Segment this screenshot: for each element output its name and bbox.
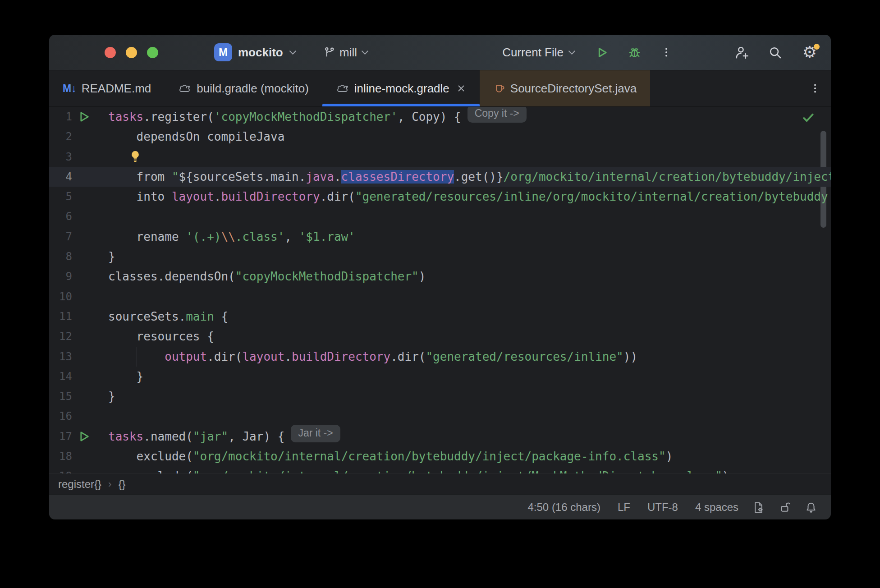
gutter-separator [103, 107, 103, 127]
run-gutter-icon[interactable] [77, 430, 91, 443]
run-gutter-icon[interactable] [77, 110, 91, 124]
code-line-13[interactable]: 13 output.dir(layout.buildDirectory.dir(… [49, 347, 831, 367]
code-line-6[interactable]: 6 [49, 207, 831, 226]
code-line-12[interactable]: 12 resources { [49, 326, 831, 346]
code-text: exclude("org/mockito/internal/creation/b… [108, 466, 729, 473]
line-number: 3 [49, 147, 72, 167]
minimize-window-button[interactable] [126, 47, 137, 58]
line-number: 11 [49, 307, 72, 326]
code-line-19[interactable]: 19 exclude("org/mockito/internal/creatio… [49, 466, 831, 473]
tab-label: build.gradle (mockito) [197, 82, 309, 96]
code-line-1[interactable]: 1tasks.register('copyMockMethodDispatche… [49, 107, 831, 127]
gutter-separator [103, 247, 103, 266]
markdown-icon: M↓ [63, 83, 77, 95]
code-line-11[interactable]: 11sourceSets.main { [49, 307, 831, 326]
code-line-4[interactable]: 4 from "${sourceSets.main.java.classesDi… [49, 167, 831, 187]
line-number: 16 [49, 406, 72, 426]
code-text: from "${sourceSets.main.java.classesDire… [108, 167, 831, 187]
code-line-18[interactable]: 18 exclude("org/mockito/internal/creatio… [49, 446, 831, 466]
chevron-down-icon [289, 50, 297, 55]
gradle-icon [178, 83, 192, 94]
gutter-separator [103, 266, 103, 286]
code-text: } [108, 367, 143, 386]
caret-position[interactable]: 4:50 (16 chars) [528, 501, 600, 514]
code-text: } [108, 247, 115, 266]
code-line-10[interactable]: 10 [49, 287, 831, 307]
indent-setting[interactable]: 4 spaces [695, 501, 738, 514]
tab-build-gradle-mockito-[interactable]: build.gradle (mockito) [165, 70, 322, 106]
code-editor[interactable]: 1tasks.register('copyMockMethodDispatche… [49, 107, 831, 473]
run-configuration-selector[interactable]: Current File [502, 46, 576, 60]
indent-guide [137, 347, 137, 367]
gutter-separator [103, 227, 103, 247]
line-number: 8 [49, 247, 72, 266]
code-line-16[interactable]: 16 [49, 406, 831, 426]
line-number: 17 [49, 427, 72, 446]
window-controls [105, 35, 158, 70]
code-with-me-button[interactable] [734, 45, 749, 60]
code-line-5[interactable]: 5 into layout.buildDirectory.dir("genera… [49, 187, 831, 207]
project-widget[interactable]: M mockito [214, 35, 297, 70]
line-ending[interactable]: LF [618, 501, 630, 514]
tab-options-button[interactable] [809, 70, 821, 106]
close-window-button[interactable] [105, 47, 116, 58]
code-line-7[interactable]: 7 rename '(.+)\\.class', '$1.raw' [49, 227, 831, 247]
gutter-separator [103, 307, 103, 326]
gutter-separator [103, 367, 103, 386]
fullscreen-window-button[interactable] [147, 47, 158, 58]
vcs-branch-widget[interactable]: mill [323, 35, 369, 70]
code-text: exclude("org/mockito/internal/creation/b… [108, 446, 673, 466]
gutter-separator [103, 167, 103, 187]
gutter-separator [103, 446, 103, 466]
code-text: sourceSets.main { [108, 307, 228, 326]
tab-readme-md[interactable]: M↓README.md [49, 70, 165, 106]
chevron-down-icon [361, 50, 369, 55]
close-icon[interactable] [456, 83, 466, 93]
unlock-icon[interactable] [779, 501, 791, 514]
file-encoding[interactable]: UTF-8 [647, 501, 678, 514]
code-line-2[interactable]: 2 dependsOn compileJava [49, 127, 831, 147]
line-number: 18 [49, 446, 72, 466]
tab-inline-mock-gradle[interactable]: inline-mock.gradle [322, 70, 480, 106]
code-line-14[interactable]: 14 } [49, 367, 831, 386]
search-everywhere-button[interactable] [768, 46, 782, 60]
inlay-hint-button[interactable]: Copy it -> [468, 107, 527, 123]
line-number: 12 [49, 326, 72, 346]
code-line-17[interactable]: 17tasks.named("jar", Jar) {Jar it -> [49, 427, 831, 446]
debug-button[interactable] [628, 46, 642, 60]
gutter-separator [103, 287, 103, 307]
project-name: mockito [238, 46, 283, 60]
code-line-9[interactable]: 9classes.dependsOn("copyMockMethodDispat… [49, 266, 831, 286]
code-text: into layout.buildDirectory.dir("generate… [108, 187, 828, 207]
inlay-hint-button[interactable]: Jar it -> [291, 425, 340, 442]
breadcrumb-item[interactable]: register{} [58, 478, 101, 491]
gutter-separator [103, 207, 103, 226]
title-bar-actions: Current File ⚙ [502, 35, 818, 70]
code-style-settings-icon[interactable] [752, 501, 765, 514]
code-text: rename '(.+)\\.class', '$1.raw' [108, 227, 355, 247]
breadcrumb-item[interactable]: {} [118, 478, 125, 491]
tab-label: README.md [82, 82, 151, 96]
tab-sourcedirectoryset-java[interactable]: SourceDirectorySet.java [480, 70, 650, 106]
branch-name: mill [339, 46, 357, 60]
run-button[interactable] [595, 46, 609, 60]
line-number: 6 [49, 207, 72, 226]
code-text: tasks.register('copyMockMethodDispatcher… [108, 107, 461, 127]
line-number: 10 [49, 287, 72, 307]
bell-icon[interactable] [805, 501, 817, 514]
code-line-15[interactable]: 15} [49, 386, 831, 406]
code-line-3[interactable]: 3 [49, 147, 831, 167]
settings-button[interactable]: ⚙ [801, 43, 818, 61]
breadcrumb: register{}›{} [49, 473, 831, 494]
tab-label: SourceDirectorySet.java [510, 82, 637, 96]
notification-dot [814, 44, 820, 50]
line-number: 13 [49, 347, 72, 367]
breadcrumb-separator: › [108, 478, 111, 490]
code-line-8[interactable]: 8} [49, 247, 831, 266]
intention-bulb-icon[interactable] [128, 150, 142, 164]
code-text: } [108, 386, 115, 406]
gutter-separator [103, 347, 103, 367]
title-bar: M mockito mill Current File ⚙ [49, 35, 831, 70]
more-actions-button[interactable] [660, 46, 672, 58]
gutter-separator [103, 187, 103, 207]
